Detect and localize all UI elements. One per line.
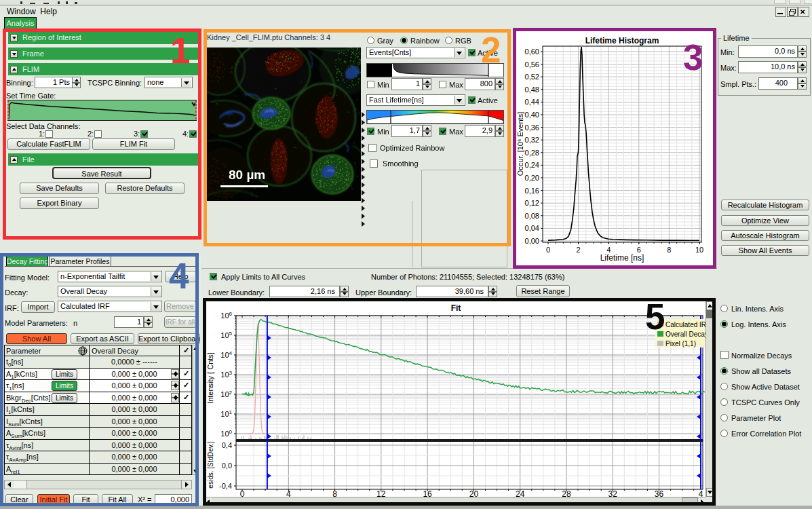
svg-text:10: 10: [695, 246, 703, 254]
svg-text:0,56: 0,56: [525, 60, 539, 69]
svg-text:0: 0: [240, 489, 245, 497]
svg-text:20: 20: [469, 489, 479, 497]
svg-text:0,44: 0,44: [525, 98, 539, 106]
svg-text:4: 4: [286, 489, 291, 497]
svg-text:Pixel (1,1): Pixel (1,1): [665, 340, 696, 347]
svg-text:0: 0: [546, 246, 550, 254]
svg-text:28: 28: [562, 489, 571, 497]
svg-text:80 µm: 80 µm: [229, 168, 265, 182]
svg-text:Calculated IRF: Calculated IRF: [665, 321, 705, 328]
svg-text:0,20: 0,20: [525, 174, 539, 182]
svg-text:Lifetime [ns]: Lifetime [ns]: [600, 253, 644, 263]
svg-text:0,04: 0,04: [525, 224, 539, 232]
svg-text:4: 4: [699, 489, 703, 497]
svg-text:32: 32: [608, 489, 618, 497]
svg-text:0,32: 0,32: [525, 136, 539, 144]
svg-text:36: 36: [655, 489, 664, 497]
svg-text:2: 2: [577, 246, 581, 254]
svg-text:0,16: 0,16: [525, 187, 539, 195]
svg-text:0,00: 0,00: [525, 237, 539, 245]
svg-text:0,24: 0,24: [525, 161, 539, 169]
svg-text:0,08: 0,08: [525, 212, 539, 220]
svg-text:0,0: 0,0: [222, 461, 232, 470]
svg-text:16: 16: [423, 489, 432, 497]
svg-text:Fit: Fit: [451, 303, 461, 313]
svg-text:Lifetime Histogram: Lifetime Histogram: [585, 36, 659, 45]
svg-text:8: 8: [332, 489, 337, 497]
svg-text:12: 12: [376, 489, 386, 497]
svg-text:0,12: 0,12: [525, 199, 539, 207]
svg-text:esids. [StdDev.]: esids. [StdDev.]: [207, 441, 214, 489]
svg-text:24: 24: [516, 489, 525, 497]
svg-text:8: 8: [667, 246, 671, 254]
svg-text:Occur. [10⁶ Events]: Occur. [10⁶ Events]: [516, 112, 524, 176]
svg-text:0,48: 0,48: [525, 86, 539, 94]
svg-text:0,52: 0,52: [525, 73, 539, 81]
svg-text:Intensity [ Cnts]: Intensity [ Cnts]: [206, 352, 214, 404]
svg-text:0,28: 0,28: [525, 149, 539, 157]
svg-text:Overall Decay: Overall Decay: [665, 331, 705, 338]
svg-text:0,60: 0,60: [525, 48, 539, 56]
svg-text:0,4: 0,4: [222, 441, 232, 449]
svg-text:0,40: 0,40: [525, 111, 539, 119]
svg-text:0,36: 0,36: [525, 124, 539, 132]
svg-text:-0,4: -0,4: [219, 482, 232, 490]
